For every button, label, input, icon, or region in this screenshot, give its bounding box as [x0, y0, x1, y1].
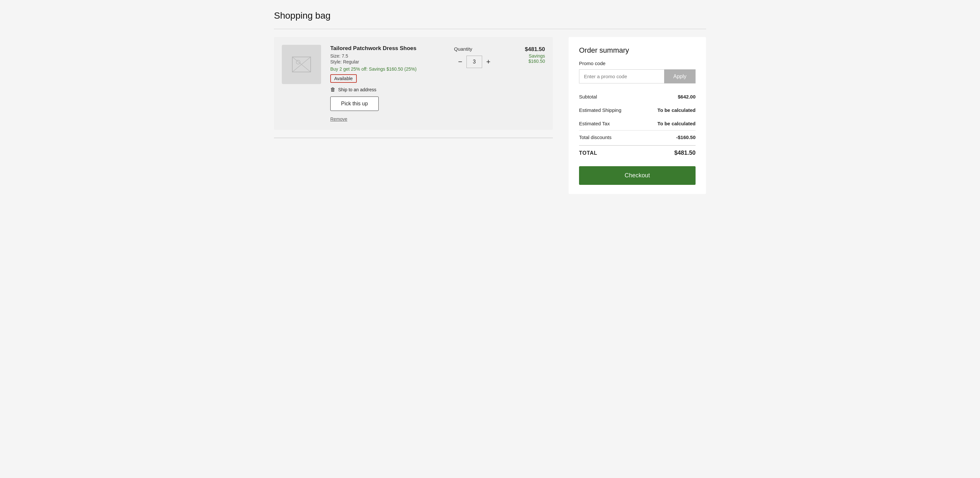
header-divider — [274, 29, 706, 29]
total-label: TOTAL — [579, 150, 597, 156]
promo-row: Apply — [579, 69, 695, 83]
product-name: Tailored Patchwork Dress Shoes — [330, 45, 445, 52]
product-image — [282, 45, 321, 84]
quantity-decrease-button[interactable]: − — [454, 56, 466, 68]
checkout-button[interactable]: Checkout — [579, 166, 695, 185]
cart-item: Tailored Patchwork Dress Shoes Size: 7.5… — [274, 37, 553, 130]
ship-label: Ship to an address — [338, 87, 376, 92]
promo-input[interactable] — [579, 69, 664, 83]
discounts-label: Total discounts — [579, 135, 611, 140]
product-style: Style: Regular — [330, 59, 445, 64]
price-section: $481.50 Savings $160.50 — [509, 45, 545, 122]
tax-value: To be calculated — [658, 121, 695, 126]
promo-label: Promo code — [579, 60, 695, 66]
subtotal-value: $642.00 — [678, 94, 695, 100]
summary-row-discounts: Total discounts -$160.50 — [579, 130, 695, 144]
subtotal-label: Subtotal — [579, 94, 597, 100]
tax-label: Estimated Tax — [579, 121, 610, 126]
quantity-label: Quantity — [454, 46, 473, 52]
summary-row-total: TOTAL $481.50 — [579, 145, 695, 160]
quantity-section: Quantity − 3 + — [454, 45, 500, 122]
savings-amount: $160.50 — [528, 59, 545, 64]
savings-label: Savings — [529, 53, 545, 59]
summary-row-subtotal: Subtotal $642.00 — [579, 90, 695, 103]
availability-badge: Available — [330, 74, 357, 83]
order-summary-section: Order summary Promo code Apply Subtotal … — [568, 37, 706, 194]
product-details: Tailored Patchwork Dress Shoes Size: 7.5… — [330, 45, 445, 122]
apply-button[interactable]: Apply — [664, 69, 695, 83]
product-size: Size: 7.5 — [330, 53, 445, 59]
quantity-value: 3 — [466, 56, 482, 68]
remove-button[interactable]: Remove — [330, 116, 347, 122]
order-summary-title: Order summary — [579, 46, 695, 55]
svg-point-3 — [296, 60, 300, 64]
product-promo: Buy 2 get 25% off: Savings $160.50 (25%) — [330, 67, 445, 71]
cart-section: Tailored Patchwork Dress Shoes Size: 7.5… — [274, 37, 553, 138]
ship-row: 🗑 Ship to an address — [330, 87, 445, 92]
quantity-increase-button[interactable]: + — [482, 56, 495, 68]
cart-item-divider — [274, 138, 553, 138]
total-value: $481.50 — [674, 149, 695, 156]
page-title: Shopping bag — [274, 11, 706, 21]
quantity-controls: − 3 + — [454, 56, 495, 68]
shipping-value: To be calculated — [658, 107, 695, 113]
discounts-value: -$160.50 — [676, 135, 695, 140]
ship-icon: 🗑 — [330, 87, 336, 92]
product-price: $481.50 — [525, 46, 545, 53]
shipping-label: Estimated Shipping — [579, 107, 621, 113]
summary-row-shipping: Estimated Shipping To be calculated — [579, 103, 695, 117]
main-layout: Tailored Patchwork Dress Shoes Size: 7.5… — [274, 37, 706, 194]
pickup-button[interactable]: Pick this up — [330, 97, 379, 111]
summary-row-tax: Estimated Tax To be calculated — [579, 117, 695, 130]
